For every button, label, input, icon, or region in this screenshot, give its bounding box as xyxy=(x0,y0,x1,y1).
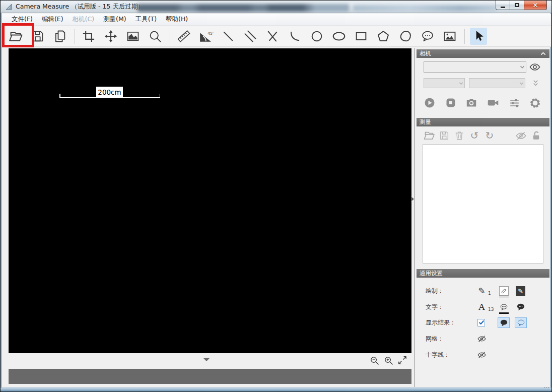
image-canvas[interactable]: 200cm xyxy=(9,48,411,353)
ellipse-tool-button[interactable] xyxy=(330,28,348,45)
freeform-tool-button[interactable] xyxy=(397,28,414,45)
double-chevron-down-icon xyxy=(532,79,539,87)
result-bubble-filled-button[interactable] xyxy=(498,317,510,328)
chevron-down-icon xyxy=(458,80,464,87)
fit-expand-icon xyxy=(398,356,407,365)
save-icon xyxy=(31,29,45,43)
comment-icon xyxy=(421,29,435,43)
angle-lines-tool-button[interactable] xyxy=(264,28,281,45)
comment-tool-button[interactable] xyxy=(419,28,436,45)
measure-open-button[interactable] xyxy=(423,129,436,142)
show-result-label: 显示结果： xyxy=(426,318,456,327)
edit-pencil-icon xyxy=(501,288,507,294)
open-folder-icon xyxy=(8,29,23,44)
measure-panel-header[interactable]: 测量 xyxy=(417,118,549,126)
measure-redo-button[interactable]: ↻ xyxy=(483,129,496,142)
crosshair-visibility-button[interactable] xyxy=(477,350,487,360)
more-options-button[interactable] xyxy=(530,78,540,88)
measure-visibility-button[interactable] xyxy=(514,129,527,142)
protractor-degree-text: 45° xyxy=(208,31,214,35)
measurement-list[interactable] xyxy=(423,144,543,264)
image-tool-button[interactable] xyxy=(441,28,458,45)
minimize-icon xyxy=(501,7,505,8)
arc-tool-button[interactable] xyxy=(286,28,303,45)
select-cursor-button[interactable] xyxy=(470,28,487,45)
menu-measure[interactable]: 测量(M) xyxy=(99,14,131,25)
line-tool-button[interactable] xyxy=(220,28,237,45)
measure-save-button[interactable] xyxy=(438,129,451,142)
right-panel: 相机 xyxy=(417,48,549,387)
menu-help[interactable]: 帮助(H) xyxy=(161,14,192,25)
text-color-button[interactable] xyxy=(499,302,509,312)
measure-lock-button[interactable] xyxy=(529,129,542,142)
stop-icon xyxy=(445,97,457,109)
parallel-lines-icon xyxy=(243,29,257,43)
font-letter-icon: A xyxy=(478,302,485,312)
pen-color-button[interactable] xyxy=(499,286,509,296)
crosshair-row: 十字线： xyxy=(417,348,549,361)
camera-settings-button[interactable] xyxy=(528,96,541,109)
camera-preview-button[interactable] xyxy=(528,60,541,74)
collapse-panel-handle[interactable] xyxy=(203,358,210,361)
save-icon xyxy=(439,130,450,141)
circle-tool-button[interactable] xyxy=(308,28,325,45)
minimize-button[interactable] xyxy=(496,1,510,10)
move-button[interactable] xyxy=(102,28,119,45)
toolbar-separator xyxy=(170,29,170,44)
rectangle-tool-button[interactable] xyxy=(353,28,370,45)
toolbar-separator xyxy=(75,29,75,44)
panel-divider xyxy=(415,48,415,387)
parallel-lines-tool-button[interactable] xyxy=(242,28,259,45)
show-result-checkbox[interactable] xyxy=(477,319,485,326)
camera-format-select[interactable] xyxy=(469,78,525,88)
eye-icon xyxy=(529,61,541,73)
menu-file[interactable]: 文件(F) xyxy=(7,14,37,25)
save-button[interactable] xyxy=(29,28,46,45)
camera-panel-header[interactable]: 相机 xyxy=(417,49,549,58)
result-bubble-outline-button[interactable] xyxy=(515,317,527,328)
measure-delete-button[interactable] xyxy=(453,129,466,142)
camera-device-select[interactable] xyxy=(424,61,526,73)
font-size-button[interactable]: A xyxy=(477,302,487,312)
fit-expand-button[interactable] xyxy=(397,355,407,365)
chevron-down-icon xyxy=(519,63,526,71)
pen-width-button[interactable]: ✎ xyxy=(477,286,487,296)
camera-play-button[interactable] xyxy=(423,96,436,109)
ruler-tool-button[interactable] xyxy=(175,28,192,45)
eye-off-icon xyxy=(477,350,487,360)
close-button[interactable]: ✕ xyxy=(524,1,547,10)
check-icon xyxy=(478,319,485,325)
grid-visibility-button[interactable] xyxy=(477,334,487,344)
menu-edit[interactable]: 编辑(E) xyxy=(37,14,68,25)
camera-adjust-button[interactable] xyxy=(508,96,521,109)
camera-resolution-select[interactable] xyxy=(424,78,465,88)
magnifier-button[interactable] xyxy=(147,28,164,45)
chevron-up-icon[interactable] xyxy=(540,50,546,57)
copy-button[interactable] xyxy=(51,28,68,45)
histogram-button[interactable] xyxy=(124,28,142,45)
maximize-button[interactable] xyxy=(510,1,524,10)
protractor-tool-button[interactable]: 45° xyxy=(197,28,215,45)
ellipse-icon xyxy=(331,29,347,44)
expand-panel-handle[interactable] xyxy=(411,195,415,203)
pentagon-tool-button[interactable] xyxy=(375,28,392,45)
snapshot-button[interactable] xyxy=(465,96,478,109)
zoom-in-button[interactable] xyxy=(383,355,393,365)
measurement-tick-left xyxy=(59,94,60,98)
line-icon xyxy=(221,29,235,43)
undo-icon: ↺ xyxy=(470,130,479,141)
zoom-out-button[interactable] xyxy=(369,355,379,365)
camera-stop-button[interactable] xyxy=(444,96,457,109)
record-video-button[interactable] xyxy=(487,96,500,109)
window-title: Camera Measure （试用版 - 15 天后过期） xyxy=(16,3,144,11)
window-controls: ✕ xyxy=(496,1,547,10)
settings-panel-header[interactable]: 通用设置 xyxy=(417,269,549,278)
measure-undo-button[interactable]: ↺ xyxy=(468,129,481,142)
speech-bubble-filled-icon xyxy=(516,303,525,311)
text-style-button[interactable] xyxy=(516,302,525,312)
text-color-swatch xyxy=(499,312,509,314)
menu-tools[interactable]: 工具(T) xyxy=(131,14,161,25)
pen-style-button[interactable]: ✎ xyxy=(516,286,525,296)
open-file-button[interactable] xyxy=(7,28,24,45)
crop-button[interactable] xyxy=(80,28,97,45)
